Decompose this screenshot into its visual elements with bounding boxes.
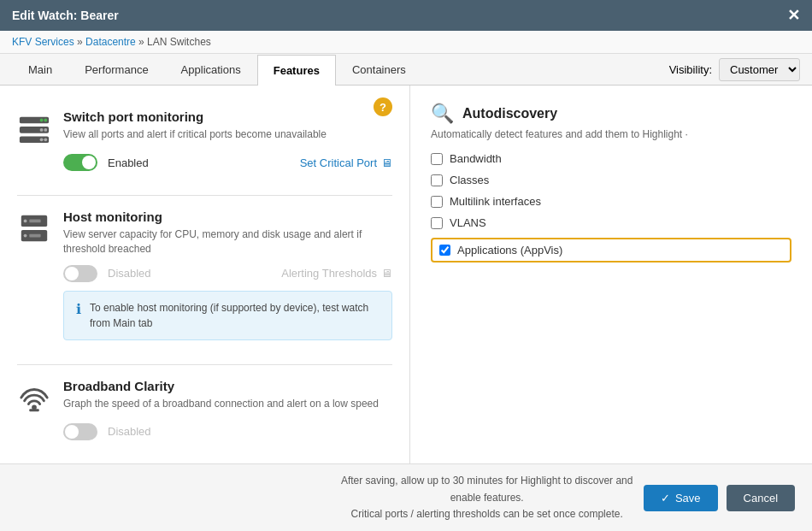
footer-line2: Critical ports / alerting thresholds can…	[330, 506, 643, 522]
footer-line1: After saving, allow up to 30 minutes for…	[330, 473, 643, 505]
breadcrumb-lan-switches: LAN Switches	[147, 36, 211, 48]
switch-monitoring-section: Switch port monitoring View all ports an…	[17, 109, 392, 171]
breadcrumb-datacentre[interactable]: Datacentre	[85, 36, 136, 48]
help-icon[interactable]: ?	[374, 97, 392, 116]
tabs-row: Main Performance Applications Features C…	[0, 54, 812, 86]
broadband-text: Broadband Clarity Graph the speed of a b…	[63, 379, 379, 411]
titlebar: Edit Watch: Bearer ✕	[0, 0, 812, 31]
switches-icon	[17, 111, 51, 145]
toggle-knob-2	[65, 267, 79, 280]
autodiscovery-applications: Applications (AppVis)	[431, 238, 791, 263]
main-content: ?	[0, 86, 812, 463]
search-plus-icon: 🔍	[431, 103, 454, 125]
broadband-label: Disabled	[108, 425, 151, 438]
footer: After saving, allow up to 30 minutes for…	[0, 463, 812, 531]
host-monitoring-toggle[interactable]	[63, 265, 97, 282]
tab-applications[interactable]: Applications	[165, 54, 257, 85]
right-panel: 🔍 Autodiscovery Automatically detect fea…	[410, 86, 812, 463]
tab-containers[interactable]: Containers	[336, 54, 422, 85]
broadband-section: Broadband Clarity Graph the speed of a b…	[17, 379, 392, 440]
close-button[interactable]: ✕	[787, 8, 800, 23]
switch-monitoring-toggle[interactable]	[63, 154, 97, 171]
save-checkmark-icon: ✓	[661, 492, 670, 504]
broadband-title: Broadband Clarity	[63, 379, 379, 393]
edit-watch-dialog: Edit Watch: Bearer ✕ KFV Services » Data…	[0, 0, 812, 531]
broadband-toggle[interactable]	[63, 423, 97, 440]
autodiscovery-bandwidth: Bandwidth	[431, 152, 791, 165]
classes-label: Classes	[450, 174, 489, 186]
svg-rect-16	[29, 409, 38, 411]
broadband-icon	[17, 381, 51, 415]
host-monitoring-info: ℹ To enable host monitoring (if supporte…	[63, 291, 392, 340]
autodiscovery-classes: Classes	[431, 174, 791, 186]
switch-monitoring-controls: Enabled Set Critical Port 🖥	[17, 154, 392, 171]
multilink-label: Multilink interfaces	[450, 195, 541, 208]
switch-monitoring-text: Switch port monitoring View all ports an…	[63, 109, 327, 142]
vlans-checkbox[interactable]	[431, 217, 443, 229]
bandwidth-label: Bandwidth	[450, 152, 502, 165]
server-icon	[17, 211, 51, 245]
switch-monitoring-desc: View all ports and alert if critical por…	[63, 127, 327, 142]
thresholds-icon: 🖥	[381, 267, 392, 280]
tab-features[interactable]: Features	[257, 55, 336, 86]
autodiscovery-vlans: VLANS	[431, 216, 791, 229]
set-critical-port-link[interactable]: Set Critical Port 🖥	[300, 156, 392, 169]
svg-rect-14	[29, 234, 40, 238]
svg-point-11	[24, 220, 27, 223]
broadband-desc: Graph the speed of a broadband connectio…	[63, 397, 379, 411]
tab-performance[interactable]: Performance	[68, 54, 164, 85]
info-icon: ℹ	[76, 301, 81, 317]
left-panel: ?	[0, 86, 410, 463]
breadcrumb: KFV Services » Datacentre » LAN Switches	[0, 31, 812, 54]
cancel-button[interactable]: Cancel	[727, 485, 795, 511]
autodiscovery-title: 🔍 Autodiscovery	[431, 103, 791, 125]
host-monitoring-desc: View server capacity for CPU, memory and…	[63, 227, 392, 257]
monitor-icon: 🖥	[381, 156, 392, 169]
broadband-header: Broadband Clarity Graph the speed of a b…	[17, 379, 392, 415]
divider-2	[17, 364, 392, 365]
visibility-area: Visibility: Customer Internal All	[669, 58, 800, 81]
toggle-knob-3	[65, 425, 79, 439]
svg-point-4	[40, 119, 44, 122]
divider-1	[17, 195, 392, 196]
svg-rect-13	[29, 220, 40, 223]
tab-main[interactable]: Main	[12, 54, 68, 85]
dialog-title: Edit Watch: Bearer	[12, 9, 119, 22]
switch-monitoring-header: Switch port monitoring View all ports an…	[17, 109, 374, 145]
vlans-label: VLANS	[450, 216, 486, 229]
svg-point-6	[40, 128, 44, 132]
host-monitoring-section: Host monitoring View server capacity for…	[17, 209, 392, 340]
visibility-label: Visibility:	[669, 63, 712, 76]
switch-monitoring-title: Switch port monitoring	[63, 109, 327, 124]
host-monitoring-label: Disabled	[108, 267, 151, 280]
bandwidth-checkbox[interactable]	[431, 153, 443, 165]
switch-monitoring-label: Enabled	[108, 156, 149, 169]
footer-text: After saving, allow up to 30 minutes for…	[330, 473, 643, 522]
host-monitoring-title: Host monitoring	[63, 209, 392, 224]
footer-buttons: ✓ Save Cancel	[644, 485, 795, 511]
breadcrumb-kfv[interactable]: KFV Services	[12, 36, 74, 48]
info-text: To enable host monitoring (if supported …	[90, 300, 380, 331]
host-monitoring-text: Host monitoring View server capacity for…	[63, 209, 392, 257]
applications-label: Applications (AppVis)	[457, 244, 562, 257]
autodiscovery-desc: Automatically detect features and add th…	[431, 128, 791, 140]
svg-point-3	[44, 119, 47, 122]
classes-checkbox[interactable]	[431, 174, 443, 186]
broadband-controls: Disabled	[17, 423, 392, 440]
multilink-checkbox[interactable]	[431, 196, 443, 208]
host-monitoring-controls: Disabled Alerting Thresholds 🖥	[17, 265, 392, 282]
svg-point-12	[24, 234, 27, 238]
autodiscovery-multilink: Multilink interfaces	[431, 195, 791, 208]
host-monitoring-header: Host monitoring View server capacity for…	[17, 209, 392, 257]
svg-point-5	[44, 128, 47, 132]
autodiscovery-list: Bandwidth Classes Multilink interfaces V…	[431, 152, 791, 263]
svg-point-7	[44, 138, 47, 141]
save-button[interactable]: ✓ Save	[644, 485, 718, 511]
applications-checkbox[interactable]	[439, 245, 450, 256]
alerting-thresholds-link: Alerting Thresholds 🖥	[281, 267, 392, 280]
visibility-select[interactable]: Customer Internal All	[719, 58, 800, 81]
svg-point-8	[40, 138, 44, 141]
save-label: Save	[675, 492, 701, 504]
toggle-knob	[82, 156, 96, 169]
